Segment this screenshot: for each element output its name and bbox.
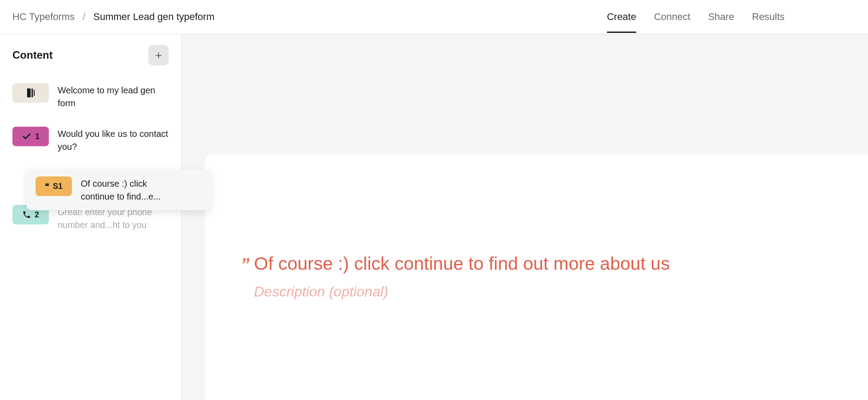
- statement-text-input[interactable]: Of course :) click continue to find out …: [254, 252, 670, 276]
- content-item-label: Would you like us to contact you?: [58, 127, 169, 153]
- description-input[interactable]: Description (optional): [254, 284, 868, 300]
- badge-number: 1: [35, 132, 40, 141]
- breadcrumb-workspace[interactable]: HC Typeforms: [12, 11, 75, 23]
- content-item-welcome[interactable]: Welcome to my lead gen form: [0, 78, 181, 115]
- yesno-badge: 1: [12, 127, 49, 146]
- welcome-badge: [12, 83, 49, 103]
- phone-icon: [22, 210, 31, 219]
- statement-badge: ❝ S1: [36, 176, 72, 196]
- tab-share[interactable]: Share: [708, 1, 734, 32]
- badge-number: S1: [53, 182, 63, 191]
- content-sidebar: Content + Welcome to my lead gen form 1: [0, 34, 182, 400]
- content-item-label: Of course :) click continue to find...e.…: [81, 176, 183, 203]
- welcome-screen-icon: [27, 88, 35, 97]
- app-header: HC Typeforms / Summer Lead gen typeform …: [0, 0, 868, 34]
- sidebar-title: Content: [12, 49, 53, 61]
- content-item-statement-dragging[interactable]: ❝ S1 Of course :) click continue to find…: [27, 169, 211, 210]
- badge-number: 2: [35, 210, 39, 220]
- nav-tabs: Create Connect Share Results: [607, 1, 856, 32]
- quote-mark-icon: ”: [232, 252, 250, 273]
- tab-connect[interactable]: Connect: [654, 1, 690, 32]
- content-item-yesno[interactable]: 1 Would you like us to contact you?: [0, 121, 181, 159]
- check-icon: [22, 132, 32, 141]
- sidebar-header: Content +: [0, 45, 181, 78]
- quote-icon: ❝: [45, 182, 49, 190]
- breadcrumb-form-title[interactable]: Summer Lead gen typeform: [93, 11, 214, 23]
- add-content-button[interactable]: +: [148, 45, 169, 65]
- tab-create[interactable]: Create: [607, 1, 636, 32]
- statement-row: ” Of course :) click continue to find ou…: [232, 252, 868, 276]
- plus-icon: +: [155, 49, 162, 61]
- content-item-label: Welcome to my lead gen form: [58, 83, 169, 110]
- main-body: Content + Welcome to my lead gen form 1: [0, 34, 868, 400]
- tab-results[interactable]: Results: [752, 1, 785, 32]
- breadcrumb: HC Typeforms / Summer Lead gen typeform: [12, 11, 214, 23]
- preview-card: ” Of course :) click continue to find ou…: [205, 154, 868, 400]
- breadcrumb-separator: /: [83, 11, 85, 23]
- preview-canvas: ” Of course :) click continue to find ou…: [182, 34, 868, 400]
